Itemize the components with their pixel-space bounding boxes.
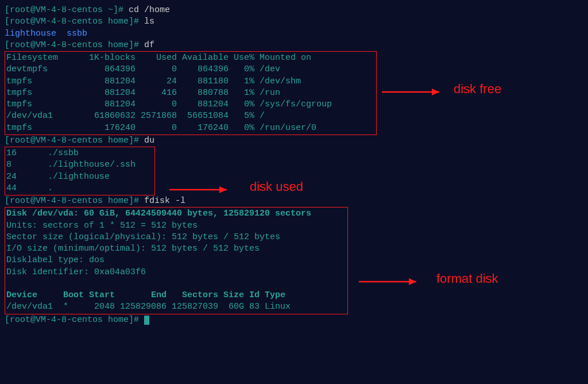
fdisk-part-row: /dev/vda1 * 2048 125829086 125827039 60G… xyxy=(6,301,346,313)
du-output-box: 16 ./ssbb 8 ./lighthouse/.ssh 24 ./light… xyxy=(5,147,155,195)
cmd-cd: [root@VM-4-8-centos ~]# cd /home xyxy=(5,5,583,16)
df-row: devtmpfs 864396 0 864396 0% /dev xyxy=(6,64,375,75)
fdisk-sector: Sector size (logical/physical): 512 byte… xyxy=(6,232,346,243)
cursor-icon xyxy=(144,316,149,325)
fdisk-disk-header: Disk /dev/vda: 60 GiB, 64424509440 bytes… xyxy=(6,208,346,220)
df-row: tmpfs 881204 416 880788 1% /run xyxy=(6,87,375,99)
fdisk-io: I/O size (minimum/optimal): 512 bytes / … xyxy=(6,243,346,255)
df-row: tmpfs 176240 0 176240 0% /run/user/0 xyxy=(6,122,375,134)
cmd-fdisk: [root@VM-4-8-centos home]# fdisk -l xyxy=(5,195,583,207)
df-header: Filesystem 1K-blocks Used Available Use%… xyxy=(6,52,375,64)
fdisk-output-box: Disk /dev/vda: 60 GiB, 64424509440 bytes… xyxy=(5,207,348,314)
fdisk-blank xyxy=(6,278,346,290)
label-disk-free: disk free xyxy=(454,80,501,98)
label-disk-used: disk used xyxy=(250,178,303,195)
final-prompt: [root@VM-4-8-centos home]# xyxy=(5,314,583,326)
cmd-du: [root@VM-4-8-centos home]# du xyxy=(5,135,583,147)
fdisk-part-header: Device Boot Start End Sectors Size Id Ty… xyxy=(6,290,346,301)
cmd-df: [root@VM-4-8-centos home]# df xyxy=(5,40,583,51)
fdisk-units: Units: sectors of 1 * 512 = 512 bytes xyxy=(6,220,346,232)
label-format-disk: format disk xyxy=(436,270,498,287)
fdisk-ident: Disk identifier: 0xa04a03f6 xyxy=(6,267,346,278)
fdisk-label: Disklabel type: dos xyxy=(6,255,346,266)
df-row: /dev/vda1 61860632 2571868 56651084 5% / xyxy=(6,110,375,122)
df-row: tmpfs 881204 24 881180 1% /dev/shm xyxy=(6,76,375,87)
ls-output: lighthouse ssbb xyxy=(5,28,583,40)
df-output-box: Filesystem 1K-blocks Used Available Use%… xyxy=(5,51,377,135)
du-row: 24 ./lighthouse xyxy=(6,171,153,183)
cmd-ls: [root@VM-4-8-centos home]# ls xyxy=(5,16,583,28)
du-row: 16 ./ssbb xyxy=(6,148,153,159)
du-row: 8 ./lighthouse/.ssh xyxy=(6,159,153,171)
du-row: 44 . xyxy=(6,183,153,194)
df-row: tmpfs 881204 0 881204 0% /sys/fs/cgroup xyxy=(6,99,375,110)
